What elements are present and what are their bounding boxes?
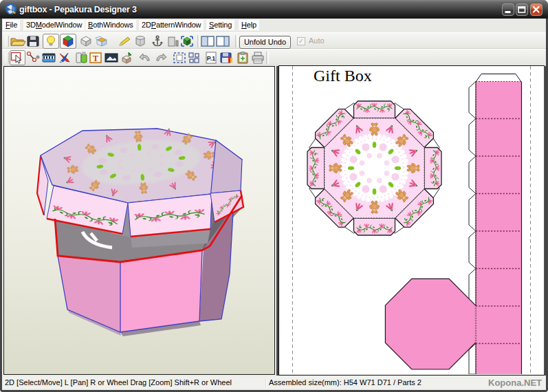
svg-text:T: T xyxy=(93,54,98,63)
svg-text:P.1: P.1 xyxy=(207,55,215,62)
svg-text:Gift Box: Gift Box xyxy=(314,67,372,85)
